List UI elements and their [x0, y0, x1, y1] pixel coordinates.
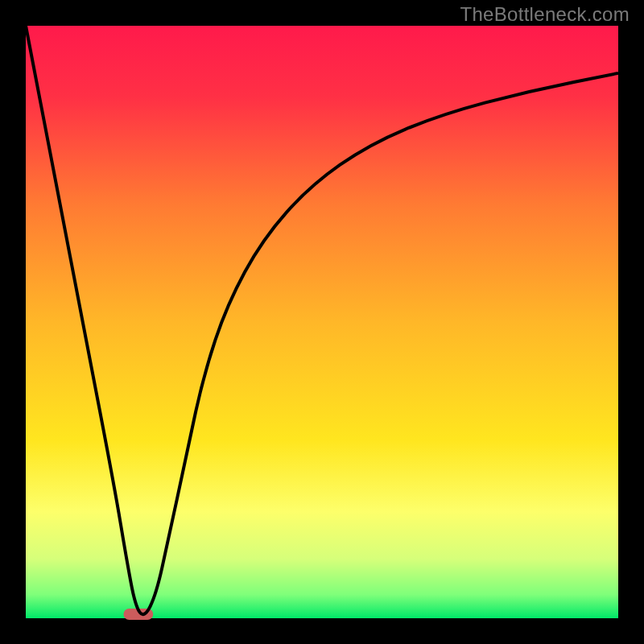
bottleneck-chart [0, 0, 644, 644]
watermark-text: TheBottleneck.com [460, 3, 630, 26]
plot-background [26, 26, 618, 618]
chart-frame: TheBottleneck.com [0, 0, 644, 644]
